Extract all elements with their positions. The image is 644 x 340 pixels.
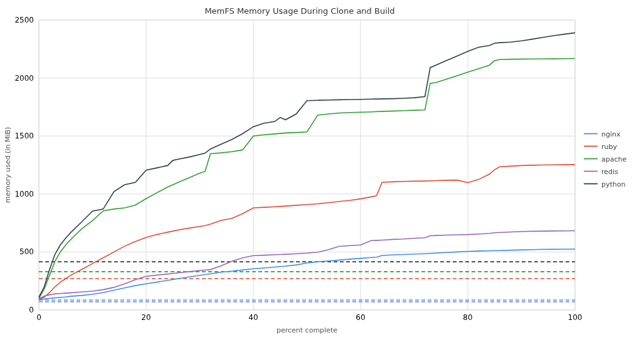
x-tick-label: 40 xyxy=(248,313,258,322)
legend-item-nginx: nginx xyxy=(584,130,621,138)
legend: nginxrubyapacheredispython xyxy=(584,130,626,188)
chart-svg: MemFS Memory Usage During Clone and Buil… xyxy=(0,0,644,340)
x-tick-label: 80 xyxy=(463,313,472,322)
y-tick-label: 2000 xyxy=(14,74,34,83)
chart-container: MemFS Memory Usage During Clone and Buil… xyxy=(0,0,644,340)
legend-label: apache xyxy=(601,155,626,163)
x-tick-label: 60 xyxy=(356,313,365,322)
svg-rect-0 xyxy=(39,20,575,310)
legend-label: redis xyxy=(601,168,618,176)
y-tick-label: 0 xyxy=(29,306,34,314)
plot-area: 02040608010005001000150020002500 xyxy=(14,16,582,322)
x-axis-label: percent complete xyxy=(277,326,337,334)
legend-item-apache: apache xyxy=(584,155,626,163)
y-tick-label: 1500 xyxy=(14,131,34,140)
x-tick-label: 0 xyxy=(36,313,41,322)
legend-label: nginx xyxy=(601,130,621,138)
legend-label: ruby xyxy=(601,143,617,151)
y-axis-label: memory used (in MiB) xyxy=(4,127,12,203)
x-tick-label: 20 xyxy=(141,313,150,322)
legend-item-python: python xyxy=(584,180,626,188)
y-tick-label: 500 xyxy=(19,247,34,256)
legend-label: python xyxy=(601,180,626,188)
y-tick-label: 1000 xyxy=(14,190,34,198)
legend-item-redis: redis xyxy=(584,168,618,176)
x-tick-label: 100 xyxy=(568,313,583,322)
y-tick-label: 2500 xyxy=(14,16,34,24)
chart-title: MemFS Memory Usage During Clone and Buil… xyxy=(204,6,394,16)
legend-item-ruby: ruby xyxy=(584,143,617,151)
